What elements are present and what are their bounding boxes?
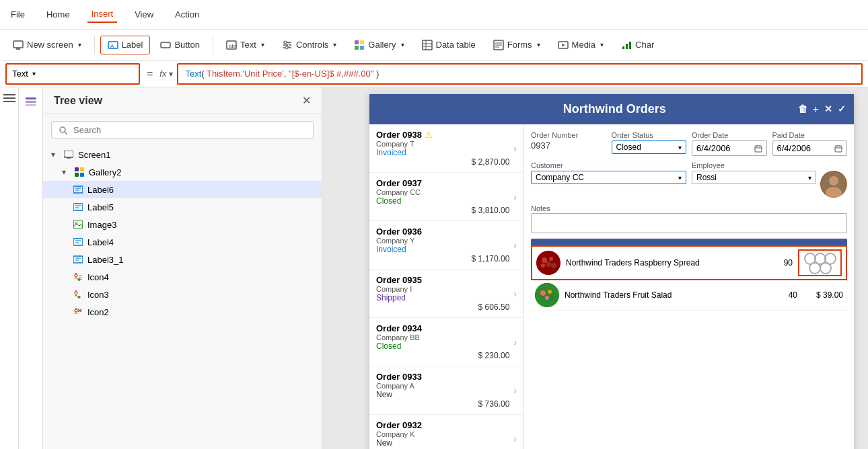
customer-value: Company CC [536, 173, 584, 182]
tree-item-image3[interactable]: Image3 [43, 216, 322, 233]
svg-point-93 [540, 290, 546, 296]
order-item-0938[interactable]: Order 0938 ⚠ Company T Invoiced $ 2,870.… [369, 124, 523, 173]
label-tree-icon-5 [73, 202, 83, 212]
order-company: Company A [376, 382, 509, 390]
text-icon: abc [226, 40, 237, 50]
order-status-field: Order Status Closed ▾ [612, 131, 687, 156]
sep2 [213, 36, 213, 54]
order-status: New [376, 438, 509, 448]
employee-dropdown[interactable]: Rossi ▾ [692, 171, 816, 184]
left-toggle[interactable] [0, 87, 19, 449]
formula-text: Text( ThisItem.'Unit Price', "[$-en-US]$… [185, 69, 379, 79]
order-list: Order 0938 ⚠ Company T Invoiced $ 2,870.… [369, 124, 524, 449]
menu-file[interactable]: File [7, 7, 29, 22]
app-title: Northwind Orders [431, 102, 798, 116]
order-item-0933[interactable]: Order 0933 Company A New $ 736.00 › [369, 366, 523, 415]
order-item-0932[interactable]: Order 0932 Company K New $ 800.00 › [369, 415, 523, 449]
tree-item-icon4[interactable]: Icon4 [43, 268, 322, 286]
media-button[interactable]: Media ▾ [550, 36, 611, 54]
tree-item-label6[interactable]: Label6 [43, 181, 322, 198]
tree-search-box[interactable] [51, 121, 314, 139]
product-row-1[interactable]: Northwind Traders Raspberry Spread 90 [531, 245, 847, 280]
tree-item-icon2[interactable]: Icon2 [43, 303, 322, 321]
tree-label-label4: Label4 [87, 237, 114, 247]
order-number-label: Order Number [531, 131, 606, 139]
button-button[interactable]: Button [153, 36, 207, 54]
label-tree-icon-6 [73, 184, 83, 195]
forms-button[interactable]: Forms ▾ [486, 36, 548, 54]
tree-item-icon3[interactable]: Icon3 [43, 286, 322, 303]
notes-input[interactable] [531, 213, 847, 233]
svg-point-78 [829, 176, 838, 186]
gallery-tree-icon [74, 167, 85, 177]
media-chevron: ▾ [600, 41, 604, 48]
tree-label-icon2: Icon2 [87, 307, 109, 317]
product-row-2[interactable]: Northwind Traders Fruit Salad 40 $ 39.00 [531, 280, 847, 311]
order-num: Order 0935 [376, 275, 509, 285]
tree-label-gallery2: Gallery2 [89, 167, 121, 177]
svg-point-68 [75, 308, 77, 309]
order-item-0934[interactable]: Order 0934 Company BB Closed $ 230.00 › [369, 318, 523, 366]
field-selector[interactable]: Text ▾ [5, 63, 140, 85]
svg-point-58 [75, 273, 77, 274]
notes-label: Notes [531, 204, 550, 212]
menu-home[interactable]: Home [42, 7, 74, 22]
gallery-button[interactable]: Gallery ▾ [347, 36, 411, 54]
order-status-dropdown[interactable]: Closed ▾ [612, 140, 687, 154]
product-price-2: $ 39.00 [803, 290, 843, 300]
customer-dropdown[interactable]: Company CC ▾ [531, 171, 686, 184]
new-screen-button[interactable]: New screen ▾ [5, 36, 89, 54]
layers-icon[interactable] [25, 95, 37, 110]
selected-indicator [798, 249, 842, 276]
order-item-0936[interactable]: Order 0936 Company Y Invoiced $ 1,170.00… [369, 221, 523, 270]
tree-item-gallery2[interactable]: ▾ Gallery2 [43, 163, 322, 181]
confirm-icon[interactable]: ✓ [838, 104, 846, 116]
gallery-chevron: ▾ [401, 41, 404, 48]
cancel-icon[interactable]: ✕ [824, 104, 832, 116]
data-table-button[interactable]: Data table [414, 36, 483, 54]
tree-item-screen1[interactable]: ▾ Screen1 [43, 146, 322, 163]
svg-rect-42 [80, 173, 84, 177]
product-name-2: Northwind Traders Fruit Salad [565, 290, 772, 300]
svg-point-11 [284, 41, 287, 44]
menu-action[interactable]: Action [171, 7, 203, 22]
tree-item-label5[interactable]: Label5 [43, 198, 322, 216]
tree-item-label4[interactable]: Label4 [43, 233, 322, 251]
text-chevron: ▾ [261, 41, 264, 48]
order-chevron: › [513, 337, 517, 348]
svg-rect-39 [75, 167, 79, 171]
chart-button[interactable]: Char [614, 36, 661, 54]
tree-item-label3-1[interactable]: Label3_1 [43, 251, 322, 268]
order-num: Order 0934 [376, 323, 509, 333]
customer-chevron: ▾ [678, 174, 682, 181]
label-button[interactable]: A Label [100, 36, 151, 54]
text-button[interactable]: abc Text ▾ [219, 36, 272, 54]
menu-insert[interactable]: Insert [87, 6, 118, 23]
hamburger-icon[interactable] [3, 94, 15, 102]
delete-icon[interactable]: 🗑 [798, 104, 807, 116]
order-date-input[interactable]: 6/4/2006 [692, 140, 767, 156]
order-item-0935[interactable]: Order 0935 Company I Shipped $ 606.50 › [369, 270, 523, 318]
svg-point-63 [75, 290, 77, 292]
order-item-0937[interactable]: Order 0937 Company CC Closed $ 3,810.00 … [369, 173, 523, 221]
svg-rect-30 [629, 42, 631, 49]
detail-row1: Order Number 0937 Order Status Closed ▾ … [531, 131, 847, 156]
label-tree-icon-4 [73, 237, 83, 247]
add-icon[interactable]: + [813, 104, 819, 116]
main-area: Tree view ✕ ▾ Screen1 [0, 87, 868, 449]
paid-date-input[interactable]: 6/4/2006 [772, 140, 848, 156]
tree-header: Tree view ✕ [43, 87, 322, 114]
formula-input[interactable]: Text( ThisItem.'Unit Price', "[$-en-US]$… [177, 63, 863, 85]
calendar-icon [754, 145, 762, 153]
search-input[interactable] [73, 125, 306, 135]
controls-button[interactable]: Controls ▾ [275, 36, 344, 54]
product-image-2 [535, 283, 559, 307]
svg-text:abc: abc [229, 43, 237, 49]
screen-icon [13, 40, 24, 50]
tree-title: Tree view [54, 95, 102, 107]
app-header-icons: 🗑 + ✕ ✓ [798, 104, 846, 116]
tree-close-button[interactable]: ✕ [302, 94, 311, 107]
menu-view[interactable]: View [131, 7, 157, 22]
tree-label-label3-1: Label3_1 [87, 255, 124, 265]
app-body: Order 0938 ⚠ Company T Invoiced $ 2,870.… [369, 124, 854, 449]
